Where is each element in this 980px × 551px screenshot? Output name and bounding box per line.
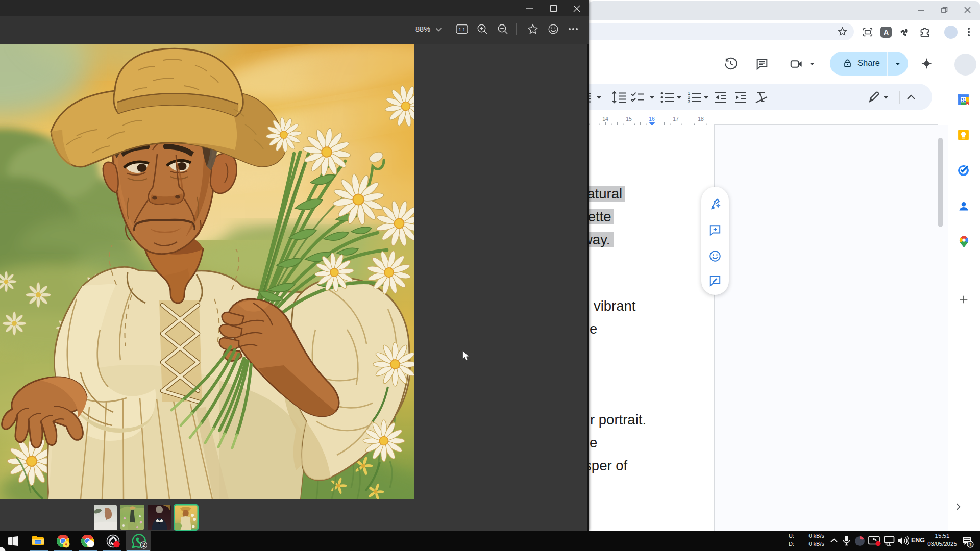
svg-text:16: 16 [649, 116, 655, 122]
svg-text:3: 3 [688, 99, 690, 104]
svg-text:14: 14 [602, 116, 608, 122]
svg-text:31: 31 [961, 97, 966, 103]
svg-text:2: 2 [142, 542, 145, 548]
svg-text:18: 18 [698, 116, 704, 122]
svg-text:1: 1 [969, 542, 971, 547]
svg-text:1:1: 1:1 [458, 27, 465, 32]
svg-text:15: 15 [626, 116, 632, 122]
svg-text:17: 17 [673, 116, 679, 122]
